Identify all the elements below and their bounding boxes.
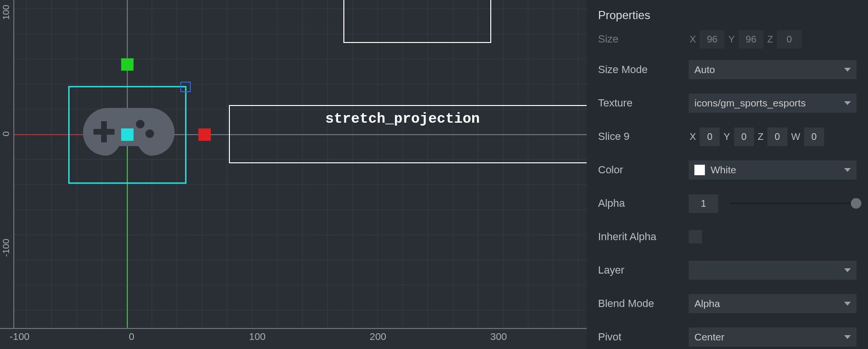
slice9-y-input[interactable] bbox=[734, 127, 754, 146]
alpha-slider-thumb[interactable] bbox=[851, 198, 861, 209]
property-row-size: Size X Y Z bbox=[598, 29, 857, 50]
property-row-alpha: Alpha bbox=[598, 193, 857, 214]
gizmo-handle-x[interactable] bbox=[198, 128, 211, 141]
property-row-pivot: Pivot Center bbox=[598, 327, 857, 348]
property-row-inherit-alpha: Inherit Alpha bbox=[598, 226, 857, 247]
svg-rect-1 bbox=[93, 129, 114, 135]
pivot-dropdown[interactable]: Center bbox=[689, 328, 857, 347]
node-outline-top[interactable] bbox=[343, 0, 491, 43]
texture-dropdown[interactable]: icons/gm_sports_esports bbox=[689, 94, 857, 113]
chevron-down-icon bbox=[844, 268, 851, 272]
property-row-size-mode: Size Mode Auto bbox=[598, 59, 857, 80]
slice9-z-input[interactable] bbox=[767, 127, 787, 146]
layer-dropdown[interactable] bbox=[689, 261, 857, 280]
slice9-x-input[interactable] bbox=[700, 127, 720, 146]
chevron-down-icon bbox=[844, 335, 851, 339]
chevron-down-icon bbox=[844, 101, 851, 105]
size-y-input[interactable] bbox=[739, 30, 764, 49]
size-mode-dropdown[interactable]: Auto bbox=[689, 60, 857, 79]
size-z-input[interactable] bbox=[777, 30, 802, 49]
ruler-horizontal: -100 0 100 200 300 bbox=[0, 328, 587, 349]
ruler-vertical: 100 0 -100 bbox=[0, 0, 14, 328]
chevron-down-icon bbox=[844, 302, 851, 306]
size-x-input[interactable] bbox=[700, 30, 724, 49]
slice9-w-input[interactable] bbox=[804, 127, 824, 146]
alpha-input[interactable] bbox=[689, 194, 718, 213]
gizmo-handle-xy[interactable] bbox=[121, 128, 134, 141]
gizmo-handle-y[interactable] bbox=[121, 58, 134, 71]
property-row-layer: Layer bbox=[598, 260, 857, 281]
panel-title: Properties bbox=[598, 9, 857, 22]
property-row-slice9: Slice 9 X Y Z W bbox=[598, 126, 857, 147]
property-row-texture: Texture icons/gm_sports_esports bbox=[598, 93, 857, 114]
properties-panel: Properties Size X Y Z Size Mode Auto Tex… bbox=[587, 0, 868, 349]
alpha-slider[interactable] bbox=[730, 202, 857, 204]
chevron-down-icon bbox=[844, 68, 851, 72]
svg-point-2 bbox=[136, 120, 145, 128]
chevron-down-icon bbox=[844, 168, 851, 172]
blend-mode-dropdown[interactable]: Alpha bbox=[689, 294, 857, 313]
selection-resize-handle[interactable] bbox=[180, 82, 191, 92]
color-swatch-icon bbox=[694, 165, 705, 175]
color-dropdown[interactable]: White bbox=[689, 160, 857, 180]
svg-point-3 bbox=[145, 129, 154, 138]
inherit-alpha-checkbox[interactable] bbox=[689, 230, 702, 243]
property-row-blend-mode: Blend Mode Alpha bbox=[598, 293, 857, 314]
scene-canvas[interactable]: stretch_projection -100 0 100 200 300 10… bbox=[0, 0, 587, 349]
property-row-color: Color White bbox=[598, 159, 857, 180]
node-name-label: stretch_projection bbox=[325, 111, 480, 127]
